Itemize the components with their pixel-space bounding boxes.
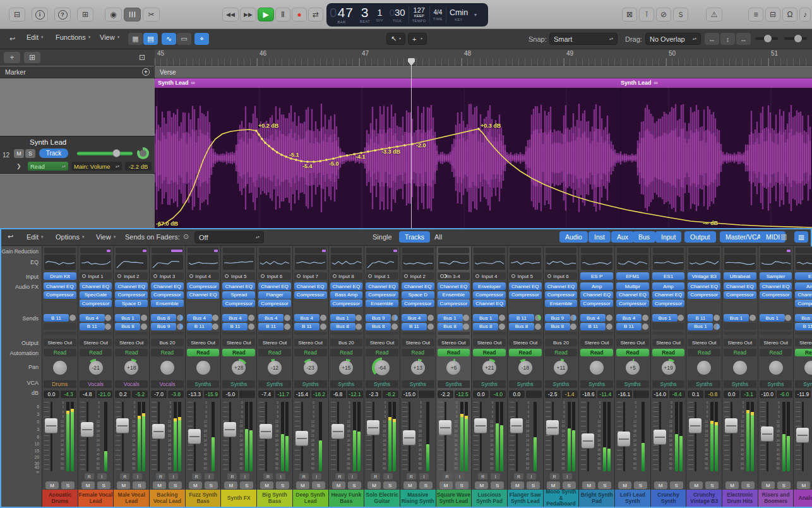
input-slot[interactable]: In 3-4 (438, 272, 470, 280)
input-slot[interactable]: Input 4 (473, 272, 506, 280)
send-knob[interactable] (284, 315, 290, 321)
send-knob[interactable] (105, 315, 111, 321)
record-enable-button[interactable]: R (407, 473, 416, 480)
input-slot[interactable]: Input 3 (151, 272, 184, 280)
send-knob[interactable] (141, 324, 147, 330)
eq-display[interactable] (796, 255, 812, 270)
mixer-menu-options[interactable]: Options▾ (56, 233, 84, 241)
fader-cap[interactable] (761, 426, 773, 442)
record-enable-button[interactable]: R (263, 473, 273, 480)
fader-cap[interactable] (403, 430, 415, 445)
input-slot[interactable]: ES1 (652, 272, 685, 280)
mute-button[interactable]: M (511, 481, 524, 489)
record-enable-button[interactable]: R (156, 473, 165, 480)
solo-button[interactable]: S (527, 481, 540, 489)
audio-fx-slot[interactable]: Compressor (438, 299, 470, 307)
record-enable-button[interactable]: R (478, 473, 487, 480)
automation-mode-button[interactable]: Read (438, 349, 470, 356)
vca-slot[interactable]: Synths (724, 380, 756, 388)
solo-button[interactable]: S (670, 481, 683, 489)
view-mode-all[interactable]: All (434, 233, 442, 241)
send-slot[interactable]: Bus 1 (330, 314, 355, 322)
quick-help-icon[interactable]: ⊞ (77, 8, 93, 21)
output-slot[interactable]: Stereo Out (652, 339, 685, 346)
fader-cap[interactable] (618, 432, 630, 447)
audio-fx-slot[interactable]: Channel EQ (688, 282, 720, 290)
add-marker-icon[interactable]: + (142, 68, 150, 76)
record-enable-button[interactable]: R (227, 473, 237, 480)
vca-slot[interactable]: Synths (330, 380, 363, 388)
send-slot[interactable]: Bus 4 (616, 314, 642, 322)
audio-fx-slot[interactable]: Amp (795, 282, 812, 290)
pan-knob[interactable] (194, 359, 212, 377)
automation-mode-button[interactable]: Read (222, 349, 255, 356)
input-slot[interactable]: Input 1 (366, 272, 398, 280)
fader-cap[interactable] (367, 420, 379, 435)
input-slot[interactable]: Input 1 (80, 272, 112, 280)
send-knob[interactable] (463, 324, 469, 330)
audio-fx-slot[interactable]: Space D (402, 291, 434, 299)
automation-mode-button[interactable]: Read (187, 349, 220, 356)
automation-point[interactable] (258, 133, 260, 136)
automation-mode-button[interactable]: Read (580, 349, 613, 356)
audio-fx-slot[interactable]: Compressor (760, 291, 792, 299)
send-knob[interactable] (69, 315, 76, 321)
solo-button[interactable]: S (61, 481, 75, 489)
mixer-toggle-icon[interactable]: ☰ (124, 8, 141, 21)
track-header-synth-lead[interactable]: 12 Synth Lead M S Track ❯ Read▴▾ Main: V… (0, 136, 155, 174)
audio-fx-slot[interactable]: Channel EQ (151, 282, 184, 290)
fader-track[interactable] (445, 402, 446, 471)
output-slot[interactable]: Stereo Out (438, 339, 470, 346)
waveform-zoom-icon[interactable]: ↔ (705, 33, 719, 45)
vca-slot[interactable]: Synths (222, 380, 255, 388)
output-slot[interactable]: Stereo Out (509, 339, 542, 346)
track-name-label[interactable]: Synth FX (221, 490, 256, 507)
automation-mode-button[interactable]: Read (151, 349, 184, 356)
input-monitor-button[interactable]: I (312, 473, 321, 480)
audio-fx-slot[interactable]: Compressor (616, 299, 649, 307)
pan-knob[interactable]: -23 (302, 359, 319, 377)
input-slot[interactable]: ES (795, 272, 812, 280)
audio-fx-slot[interactable]: Ensemble (438, 291, 470, 299)
fader-track[interactable] (552, 402, 554, 471)
audio-fx-slot[interactable]: Channel EQ (438, 282, 470, 290)
audio-fx-slot[interactable]: Flanger (258, 291, 291, 299)
track-name-label[interactable]: Male Vocal Lead (114, 490, 149, 507)
pointer-tool-select[interactable]: ↖▾ (386, 33, 405, 45)
send-slot[interactable]: B 11 (80, 323, 105, 330)
simple-mode-icon[interactable]: S (673, 8, 688, 21)
input-monitor-button[interactable]: I (419, 473, 429, 480)
note-pads-icon[interactable]: ⊟ (765, 8, 780, 21)
audio-fx-slot[interactable]: Compressor (688, 291, 720, 299)
audio-fx-slot[interactable]: Compressor (294, 291, 327, 299)
audio-fx-slot[interactable]: Compressor (652, 299, 685, 307)
audio-fx-slot[interactable]: Channel EQ (222, 282, 255, 290)
record-enable-button[interactable]: R (299, 473, 309, 480)
playhead[interactable] (411, 58, 412, 228)
audio-fx-slot[interactable]: Channel EQ (330, 282, 363, 290)
mute-button[interactable]: M (224, 481, 237, 489)
automation-point[interactable] (396, 145, 398, 148)
output-slot[interactable]: Stereo Out (473, 339, 506, 346)
channel-strip-3[interactable]: Input 2Channel EQCompressorSpace DBus 1B… (114, 246, 150, 507)
audio-fx-slot[interactable]: Channel EQ (473, 299, 506, 307)
automation-point[interactable] (255, 130, 258, 132)
automation-mode-button[interactable]: Read (688, 349, 720, 356)
view-mode-single[interactable]: Single (373, 233, 392, 241)
filter-inst[interactable]: Inst (588, 231, 611, 243)
track-list-view-icon[interactable]: ▤ (143, 33, 158, 45)
audio-fx-slot[interactable]: Amp (652, 282, 685, 290)
automation-mode-button[interactable]: Read (545, 349, 578, 356)
fader-cap[interactable] (546, 420, 559, 435)
output-slot[interactable]: Stereo Out (724, 339, 756, 346)
cycle-button[interactable]: ⇄ (308, 8, 323, 21)
record-enable-button[interactable]: R (85, 473, 94, 480)
input-slot[interactable]: Input 6 (258, 272, 291, 280)
send-knob[interactable] (355, 324, 362, 330)
menu-view[interactable]: View▾ (100, 33, 119, 41)
track-name-label[interactable]: Backing Vocal Lead (150, 490, 185, 507)
pan-knob[interactable]: +6 (445, 359, 462, 377)
channel-strip-5[interactable]: Input 4CompressorChannel EQBus 4B 11Ster… (186, 246, 222, 507)
send-knob[interactable] (642, 315, 648, 321)
channel-strip-7[interactable]: Input 6Channel EQFlangerCompressorBus 4B… (257, 246, 293, 507)
